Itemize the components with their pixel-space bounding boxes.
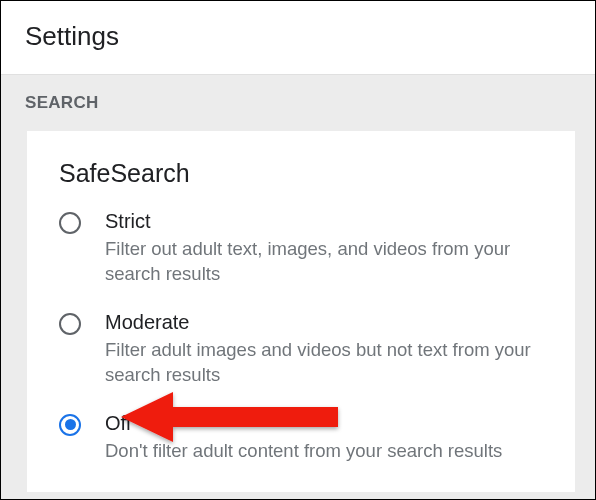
card-title: SafeSearch xyxy=(59,159,543,188)
option-off[interactable]: Off Don't filter adult content from your… xyxy=(59,412,543,464)
radio-strict[interactable] xyxy=(59,212,81,234)
radio-moderate[interactable] xyxy=(59,313,81,335)
section-label: SEARCH xyxy=(1,75,595,131)
option-strict[interactable]: Strict Filter out adult text, images, an… xyxy=(59,210,543,287)
option-desc-moderate: Filter adult images and videos but not t… xyxy=(105,338,543,388)
safesearch-card: SafeSearch Strict Filter out adult text,… xyxy=(27,131,575,492)
page-title: Settings xyxy=(25,21,571,52)
option-desc-strict: Filter out adult text, images, and video… xyxy=(105,237,543,287)
option-label-off: Off xyxy=(105,412,543,435)
option-desc-off: Don't filter adult content from your sea… xyxy=(105,439,543,464)
option-text: Off Don't filter adult content from your… xyxy=(105,412,543,464)
option-label-strict: Strict xyxy=(105,210,543,233)
radio-dot-icon xyxy=(65,419,76,430)
option-moderate[interactable]: Moderate Filter adult images and videos … xyxy=(59,311,543,388)
option-label-moderate: Moderate xyxy=(105,311,543,334)
settings-header: Settings xyxy=(1,1,595,75)
option-text: Strict Filter out adult text, images, an… xyxy=(105,210,543,287)
radio-off[interactable] xyxy=(59,414,81,436)
option-text: Moderate Filter adult images and videos … xyxy=(105,311,543,388)
search-section: SEARCH SafeSearch Strict Filter out adul… xyxy=(1,75,595,500)
